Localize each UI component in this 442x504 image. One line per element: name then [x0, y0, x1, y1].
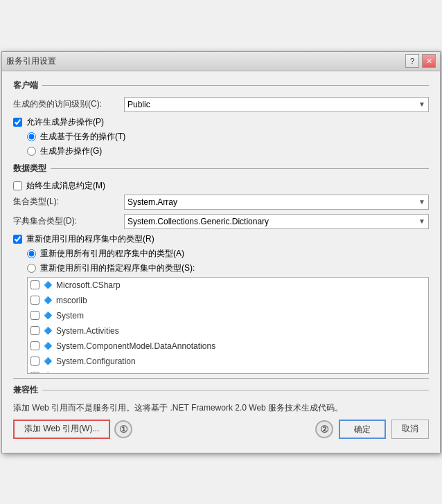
list-item: 🔷 mscorlib — [28, 293, 428, 308]
task-based-label: 生成基于任务的操作(T) — [40, 131, 125, 143]
reuse-specified-label: 重新使用所引用的指定程序集中的类型(S): — [40, 262, 195, 274]
reuse-row: 重新使用引用的程序集中的类型(R) — [13, 233, 429, 245]
assembly-icon-5: 🔷 — [42, 356, 53, 367]
always-generate-row: 始终生成消息约定(M) — [13, 180, 429, 192]
assembly-icon-4: 🔷 — [42, 341, 53, 352]
badge-2: ② — [315, 420, 333, 438]
list-item: 🔷 System — [28, 308, 428, 323]
allow-async-row: 允许生成异步操作(P) — [13, 116, 429, 128]
access-level-dropdown[interactable]: Public ▼ — [124, 97, 429, 112]
left-group: 添加 Web 引用(W)... ① — [13, 420, 132, 439]
list-item: 🔷 System.Core — [28, 369, 428, 374]
list-item: 🔷 System.Activities — [28, 323, 428, 339]
dict-dropdown-arrow-icon: ▼ — [418, 217, 425, 225]
ok-button[interactable]: 确定 — [339, 420, 386, 439]
close-button[interactable]: ✕ — [422, 54, 436, 68]
assembly-name-5: System.Configuration — [56, 357, 136, 366]
assembly-icon-1: 🔷 — [42, 295, 53, 306]
reuse-all-row: 重新使用所有引用的程序集中的类型(A) — [27, 248, 429, 260]
collection-type-value: System.Array — [127, 197, 177, 207]
titlebar: 服务引用设置 ? ✕ — [2, 52, 440, 71]
reuse-checkbox[interactable] — [13, 235, 22, 244]
dict-type-value: System.Collections.Generic.Dictionary — [127, 217, 269, 226]
assembly-checkbox-3[interactable] — [30, 326, 39, 335]
assembly-list[interactable]: 🔷 Microsoft.CSharp 🔷 mscorlib 🔷 System 🔷… — [27, 277, 429, 374]
dialog-title: 服务引用设置 — [6, 55, 56, 67]
async-row: 生成异步操作(G) — [27, 145, 429, 157]
compat-description: 添加 Web 引用而不是服务引用。这将基于 .NET Framework 2.0… — [13, 402, 429, 414]
allow-async-label: 允许生成异步操作(P) — [26, 116, 104, 128]
dict-type-dropdown[interactable]: System.Collections.Generic.Dictionary ▼ — [124, 214, 429, 229]
reuse-all-label: 重新使用所有引用的程序集中的类型(A) — [40, 248, 184, 260]
assembly-checkbox-2[interactable] — [30, 311, 39, 320]
client-section-header: 客户端 — [13, 80, 429, 91]
task-based-radio[interactable] — [27, 132, 36, 141]
action-buttons: ② 确定 取消 — [311, 420, 429, 439]
dropdown-arrow-icon: ▼ — [418, 100, 425, 108]
async-label: 生成异步操作(G) — [40, 145, 102, 157]
reuse-specified-radio[interactable] — [27, 264, 36, 273]
assembly-name-4: System.ComponentModel.DataAnnotations — [56, 341, 215, 351]
assembly-icon-2: 🔷 — [42, 310, 53, 321]
always-generate-checkbox[interactable] — [13, 181, 22, 190]
assembly-checkbox-6[interactable] — [30, 372, 39, 374]
reuse-specified-row: 重新使用所引用的指定程序集中的类型(S): — [27, 262, 429, 274]
collection-type-label: 集合类型(L): — [13, 196, 124, 208]
reuse-label: 重新使用引用的程序集中的类型(R) — [26, 233, 154, 245]
assembly-name-1: mscorlib — [56, 296, 87, 305]
add-web-ref-button[interactable]: 添加 Web 引用(W)... — [13, 420, 110, 439]
cancel-button[interactable]: 取消 — [391, 420, 429, 439]
help-button[interactable]: ? — [405, 54, 419, 68]
titlebar-controls: ? ✕ — [405, 54, 436, 68]
compat-section: 兼容性 添加 Web 引用而不是服务引用。这将基于 .NET Framework… — [13, 378, 429, 444]
task-based-row: 生成基于任务的操作(T) — [27, 131, 429, 143]
dict-type-label: 字典集合类型(D): — [13, 215, 124, 227]
access-level-row: 生成的类的访问级别(C): Public ▼ — [13, 97, 429, 112]
collection-dropdown-arrow-icon: ▼ — [418, 198, 425, 206]
service-reference-dialog: 服务引用设置 ? ✕ 客户端 生成的类的访问级别(C): Public ▼ 允许… — [1, 51, 441, 453]
assembly-name-6: System.Core — [56, 372, 104, 374]
assembly-checkbox-0[interactable] — [30, 280, 39, 289]
access-level-value: Public — [127, 100, 150, 109]
assembly-checkbox-5[interactable] — [30, 357, 39, 366]
reuse-all-radio[interactable] — [27, 249, 36, 258]
always-generate-label: 始终生成消息约定(M) — [26, 180, 105, 192]
access-level-label: 生成的类的访问级别(C): — [13, 98, 124, 110]
assembly-checkbox-4[interactable] — [30, 341, 39, 350]
assembly-name-0: Microsoft.CSharp — [56, 280, 121, 290]
async-radio[interactable] — [27, 147, 36, 156]
assembly-name-2: System — [56, 311, 84, 321]
assembly-icon-6: 🔷 — [42, 371, 53, 374]
list-item: 🔷 System.Configuration — [28, 354, 428, 369]
list-item: 🔷 System.ComponentModel.DataAnnotations — [28, 339, 428, 354]
assembly-icon-0: 🔷 — [42, 280, 53, 291]
collection-type-row: 集合类型(L): System.Array ▼ — [13, 195, 429, 210]
bottom-row: 添加 Web 引用(W)... ① ② 确定 取消 — [13, 420, 429, 444]
compat-section-header: 兼容性 — [13, 384, 429, 396]
assembly-icon-3: 🔷 — [42, 325, 53, 336]
badge-1: ① — [114, 420, 132, 438]
dict-type-row: 字典集合类型(D): System.Collections.Generic.Di… — [13, 214, 429, 229]
collection-type-dropdown[interactable]: System.Array ▼ — [124, 195, 429, 210]
assembly-checkbox-1[interactable] — [30, 296, 39, 305]
list-item: 🔷 Microsoft.CSharp — [28, 278, 428, 293]
dialog-body: 客户端 生成的类的访问级别(C): Public ▼ 允许生成异步操作(P) 生… — [2, 71, 440, 453]
data-types-section-header: 数据类型 — [13, 163, 429, 174]
allow-async-checkbox[interactable] — [13, 118, 22, 127]
assembly-name-3: System.Activities — [56, 326, 119, 336]
